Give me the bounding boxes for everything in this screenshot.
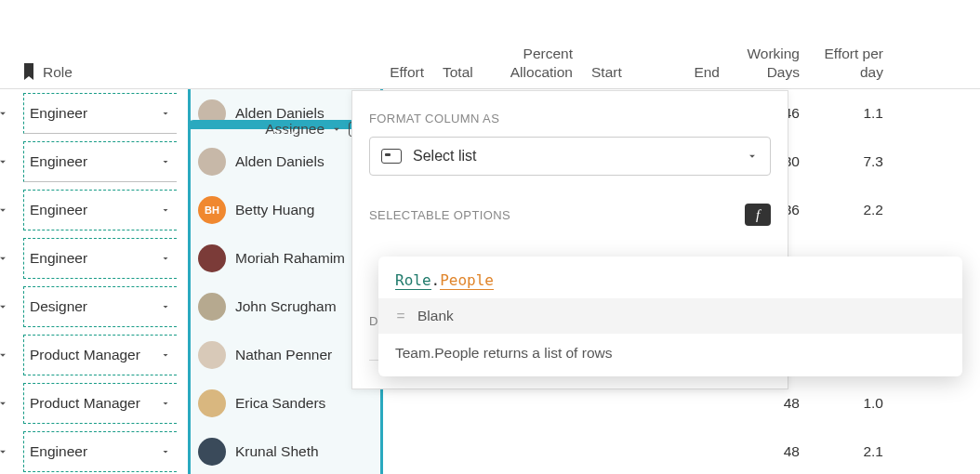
format-select-value: Select list — [413, 148, 735, 165]
effort-per-day-cell[interactable]: 1.1 — [813, 105, 896, 122]
effort-per-day-cell[interactable]: 2.1 — [813, 443, 896, 460]
avatar — [198, 244, 226, 272]
format-column-label: FORMAT COLUMN AS — [369, 112, 771, 125]
equals-icon: = — [395, 308, 406, 324]
formula-result-blank: = Blank — [378, 298, 962, 334]
effort-per-day-cell[interactable]: 7.3 — [813, 153, 896, 170]
selectable-options-label: SELECTABLE OPTIONS — [369, 208, 510, 222]
assignee-name: John Scrugham — [235, 298, 337, 315]
column-header-effortday[interactable]: Effort per day — [809, 37, 893, 88]
format-select[interactable]: Select list — [369, 137, 771, 176]
expand-icon[interactable] — [0, 445, 9, 458]
assignee-name: Alden Daniels — [235, 153, 324, 170]
assignee-name: Moriah Rahamim — [235, 250, 345, 267]
expand-icon[interactable] — [0, 252, 9, 265]
role-cell[interactable]: Designer — [0, 283, 186, 331]
expand-icon[interactable] — [0, 204, 9, 217]
formula-token-role: Role — [395, 271, 431, 290]
column-header-working[interactable]: Working Days — [729, 37, 809, 88]
role-text: Engineer — [30, 153, 87, 170]
table-header: Role Assignee Effort Total Percent Alloc… — [0, 0, 980, 89]
role-text: Designer — [30, 298, 87, 315]
formula-description: Team.People returns a list of rows — [378, 334, 962, 376]
avatar — [198, 148, 226, 176]
formula-button[interactable]: f — [745, 204, 771, 226]
chevron-down-icon[interactable] — [160, 446, 171, 457]
column-header-role[interactable]: Role — [0, 56, 186, 88]
role-cell[interactable]: Engineer — [0, 234, 186, 283]
effort-per-day-cell[interactable]: 2.2 — [813, 202, 896, 218]
column-header-start[interactable]: Start — [582, 56, 640, 88]
avatar: BH — [198, 196, 226, 224]
formula-result-text: Blank — [417, 308, 454, 324]
avatar — [198, 438, 226, 466]
expand-icon[interactable] — [0, 349, 9, 362]
assignee-name: Krunal Sheth — [235, 443, 319, 460]
chevron-down-icon[interactable] — [160, 349, 171, 361]
role-cell[interactable]: Engineer — [0, 428, 186, 474]
expand-icon[interactable] — [0, 300, 9, 313]
chevron-down-icon[interactable] — [160, 398, 171, 409]
table-row[interactable]: Engineer Krunal Sheth482.1 — [0, 428, 980, 474]
role-cell[interactable]: Product Manager — [0, 379, 186, 428]
formula-popover: Role.People = Blank Team.People returns … — [378, 257, 962, 376]
role-text: Engineer — [30, 443, 87, 460]
expand-icon[interactable] — [0, 155, 9, 168]
expand-icon[interactable] — [0, 107, 9, 120]
column-header-end[interactable]: End — [640, 56, 729, 88]
avatar — [198, 341, 226, 369]
chevron-down-icon[interactable] — [160, 108, 171, 119]
effort-per-day-cell[interactable]: 1.0 — [813, 395, 896, 412]
working-days-cell[interactable]: 48 — [733, 443, 813, 460]
formula-expression[interactable]: Role.People — [378, 268, 962, 298]
assignee-name: Erica Sanders — [235, 395, 325, 412]
formula-token-people: People — [440, 271, 494, 290]
chevron-down-icon[interactable] — [160, 301, 171, 312]
role-text: Engineer — [30, 250, 87, 267]
column-header-percent[interactable]: Percent Allocation — [487, 37, 582, 88]
column-header-label: Role — [43, 63, 73, 81]
assignee-name: Nathan Penner — [235, 347, 332, 363]
chevron-down-icon[interactable] — [160, 204, 171, 216]
role-text: Engineer — [30, 202, 87, 218]
role-cell[interactable]: Product Manager — [0, 331, 186, 379]
avatar — [198, 389, 226, 417]
role-text: Product Manager — [30, 347, 140, 363]
role-cell[interactable]: Engineer — [0, 186, 186, 234]
bookmark-icon — [22, 63, 35, 80]
avatar — [198, 293, 226, 321]
working-days-cell[interactable]: 48 — [733, 395, 813, 412]
formula-token-dot: . — [431, 271, 441, 289]
column-header-effort[interactable]: Effort — [381, 56, 433, 88]
column-header-label: Assignee — [198, 120, 324, 138]
expand-icon[interactable] — [0, 397, 9, 410]
chevron-down-icon[interactable] — [160, 156, 171, 167]
role-text: Product Manager — [30, 395, 140, 412]
role-cell[interactable]: Engineer — [0, 89, 186, 138]
chevron-down-icon[interactable] — [330, 123, 343, 136]
column-header-total[interactable]: Total — [433, 56, 487, 88]
role-cell[interactable]: Engineer — [0, 138, 186, 186]
assignee-cell[interactable]: Krunal Sheth — [188, 428, 383, 474]
chevron-down-icon[interactable] — [160, 253, 171, 264]
role-text: Engineer — [30, 105, 87, 122]
chevron-down-icon — [746, 150, 759, 163]
assignee-name: Betty Huang — [235, 202, 314, 218]
select-list-icon — [381, 149, 402, 164]
